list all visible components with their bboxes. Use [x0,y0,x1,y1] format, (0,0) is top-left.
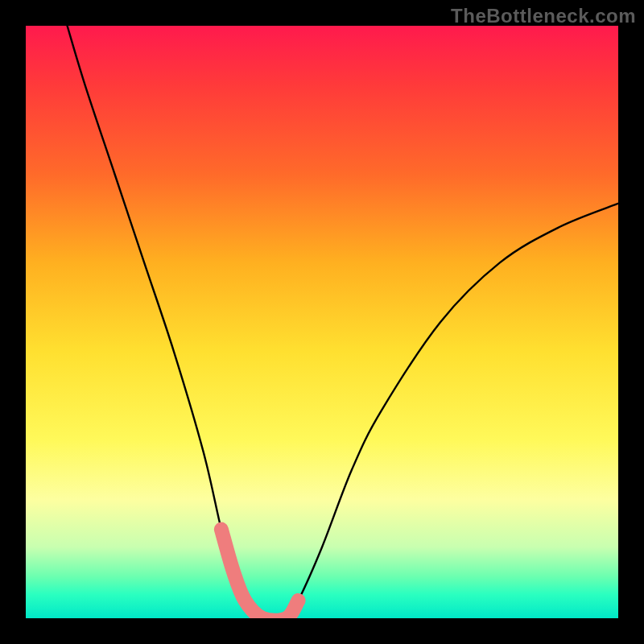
optimal-range-highlight [221,530,299,618]
plot-area [26,26,618,618]
watermark-text: TheBottleneck.com [451,5,636,27]
chart-stage: TheBottleneck.com [0,0,644,644]
bottleneck-curve [68,26,618,618]
curve-layer [26,26,618,618]
